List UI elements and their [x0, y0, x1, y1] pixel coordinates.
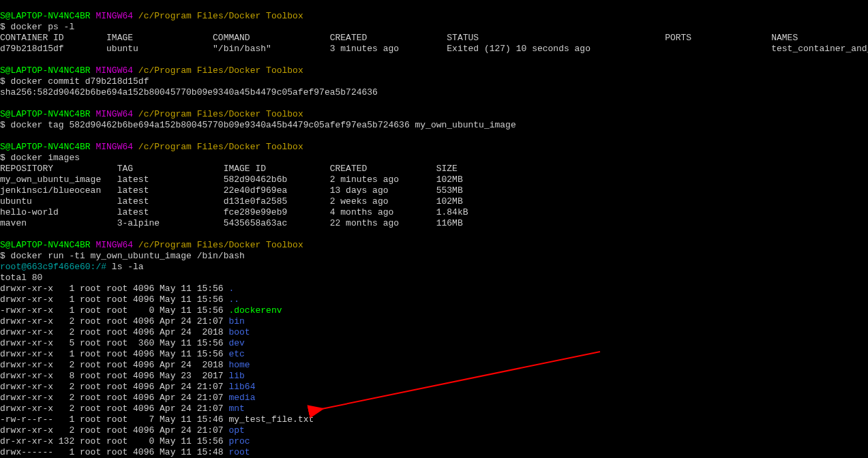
terminal-output[interactable]: S@LAPTOP-NV4NC4BR MINGW64 /c/Program Fil… — [0, 0, 868, 458]
